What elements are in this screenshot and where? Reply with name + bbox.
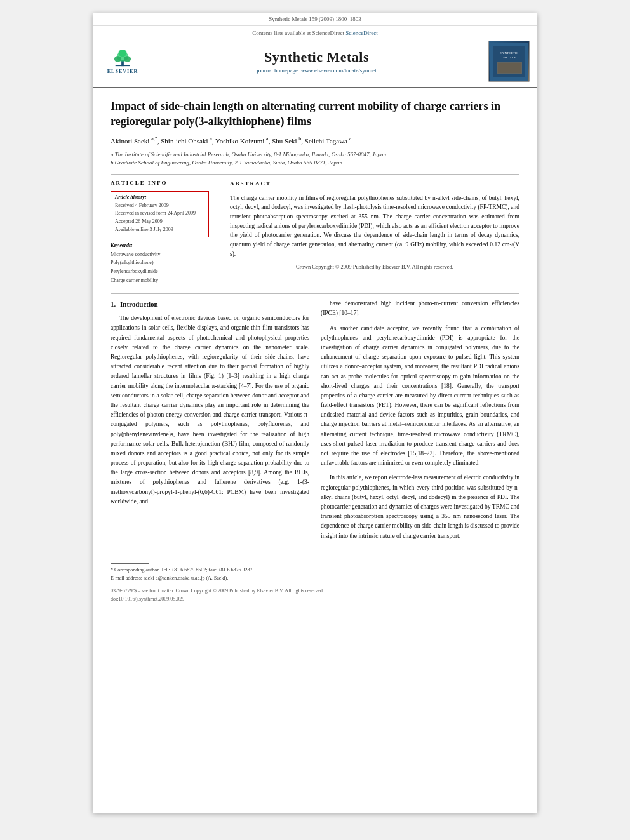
journal-title-center: Synthetic Metals journal homepage: www.e…	[145, 49, 488, 74]
journal-cover-image: SYNTHETIC METALS	[490, 43, 528, 81]
article-content: Impact of side-chain length on alternati…	[93, 88, 537, 559]
footer-doi: doi:10.1016/j.synthmet.2009.05.029	[93, 596, 537, 607]
affiliations: a The Institute of Scientific and Indust…	[111, 150, 519, 168]
svg-rect-11	[498, 63, 521, 73]
doi-text: doi:10.1016/j.synthmet.2009.05.029	[111, 596, 184, 602]
keyword-1: Microwave conductivity	[111, 250, 209, 259]
abstract-column: ABSTRACT The charge carrier mobility in …	[230, 180, 519, 285]
intro-paragraph-4: In this article, we report electrode-les…	[321, 473, 519, 540]
article-info-column: ARTICLE INFO Article history: Received 4…	[111, 180, 218, 285]
sciencedirect-link[interactable]: ScienceDirect	[345, 30, 377, 36]
keyword-4: Charge carrier mobility	[111, 276, 209, 285]
accepted-date: Accepted 26 May 2009	[115, 218, 204, 226]
page-footer: 0379-6779/$ – see front matter. Crown Co…	[93, 585, 537, 596]
keyword-3: Perylencarboxydiimide	[111, 267, 209, 276]
elsevier-tree-icon	[110, 48, 135, 67]
svg-point-4	[118, 50, 126, 57]
keyword-2: Poly(alkylthiophene)	[111, 258, 209, 267]
intro-paragraph-1: The development of electronic devices ba…	[111, 314, 309, 507]
info-abstract-section: ARTICLE INFO Article history: Received 4…	[111, 180, 519, 285]
svg-point-2	[114, 56, 121, 62]
footnote-email: E-mail address: saeki-a@sanken.osaka-u.a…	[111, 575, 519, 583]
keywords-section: Keywords: Microwave conductivity Poly(al…	[111, 243, 209, 284]
journal-ref-bar: Synthetic Metals 159 (2009) 1800–1803	[93, 13, 537, 26]
affiliation-a: a The Institute of Scientific and Indust…	[111, 150, 519, 159]
contents-line: Contents lists available at ScienceDirec…	[100, 30, 530, 36]
svg-text:METALS: METALS	[503, 56, 516, 59]
journal-header-main: ELSEVIER Synthetic Metals journal homepa…	[100, 38, 530, 84]
intro-paragraph-3: As another candidate acceptor, we recent…	[321, 324, 519, 469]
keywords-title: Keywords:	[111, 243, 209, 248]
available-date: Available online 3 July 2009	[115, 226, 204, 234]
svg-point-3	[124, 56, 131, 62]
abstract-heading: ABSTRACT	[230, 180, 519, 189]
section-number: 1.	[111, 300, 116, 308]
elsevier-text: ELSEVIER	[107, 69, 138, 74]
received-revised-date: Received in revised form 24 April 2009	[115, 210, 204, 218]
article-history-box: Article history: Received 4 February 200…	[111, 191, 209, 237]
footnote-area: * Corresponding author. Tel.: +81 6 6879…	[93, 559, 537, 585]
journal-thumbnail: SYNTHETIC METALS	[488, 41, 530, 82]
footer-issn: 0379-6779/$ – see front matter. Crown Co…	[111, 588, 324, 594]
svg-rect-5	[116, 65, 130, 66]
section-divider	[111, 174, 519, 175]
elsevier-logo: ELSEVIER	[100, 46, 145, 77]
authors: Akinori Saeki a,*, Shin-ichi Ohsaki a, Y…	[111, 136, 519, 147]
intro-paragraph-2: have demonstrated high incident photo-to…	[321, 299, 519, 318]
journal-header: Contents lists available at ScienceDirec…	[93, 26, 537, 88]
svg-text:SYNTHETIC: SYNTHETIC	[500, 51, 518, 55]
history-title: Article history:	[115, 194, 204, 200]
article-title: Impact of side-chain length on alternati…	[111, 98, 519, 130]
footnote-star: * Corresponding author. Tel.: +81 6 6879…	[111, 566, 519, 575]
article-info-heading: ARTICLE INFO	[111, 180, 209, 186]
body-section: 1. Introduction The development of elect…	[111, 299, 519, 546]
abstract-copyright: Crown Copyright © 2009 Published by Else…	[230, 263, 519, 271]
affiliation-b: b Graduate School of Engineering, Osaka …	[111, 159, 519, 168]
journal-ref: Synthetic Metals 159 (2009) 1800–1803	[269, 16, 361, 22]
intro-section-title: 1. Introduction	[111, 299, 309, 310]
body-divider	[111, 293, 519, 294]
abstract-text: The charge carrier mobility in films of …	[230, 194, 519, 259]
journal-homepage: journal homepage: www.elsevier.com/locat…	[145, 67, 488, 74]
journal-name: Synthetic Metals	[145, 49, 488, 65]
footnote-divider	[111, 563, 149, 564]
article-page: Synthetic Metals 159 (2009) 1800–1803 Co…	[93, 13, 537, 813]
body-left-column: 1. Introduction The development of elect…	[111, 299, 309, 546]
body-right-column: have demonstrated high incident photo-to…	[321, 299, 519, 546]
received-date: Received 4 February 2009	[115, 202, 204, 210]
section-name: Introduction	[120, 300, 158, 308]
authors-text: Akinori Saeki a,*, Shin-ichi Ohsaki a, Y…	[111, 137, 351, 145]
